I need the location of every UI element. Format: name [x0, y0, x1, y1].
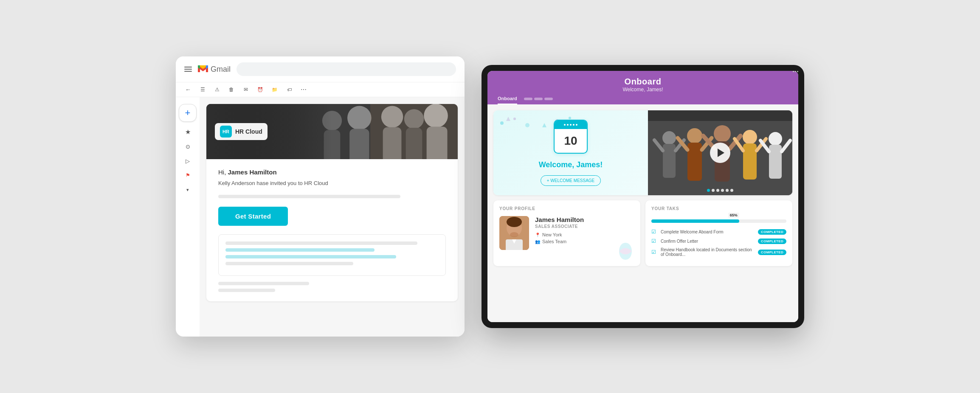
email-content-box [218, 234, 446, 276]
avatar-svg [499, 216, 529, 250]
placeholder-line-1 [218, 195, 400, 198]
calendar-dot-1 [564, 124, 566, 126]
content-line-4 [225, 262, 353, 265]
svg-marker-19 [542, 123, 546, 127]
welcome-left: 10 Welcome, James! + WELCOME MESSAGE [493, 110, 648, 195]
more-icon[interactable] [300, 86, 307, 93]
svg-point-29 [714, 125, 731, 142]
welcome-card: 10 Welcome, James! + WELCOME MESSAGE [493, 110, 792, 195]
carousel-dot-2[interactable] [712, 189, 715, 192]
team-icon: 👥 [535, 239, 540, 244]
tasks-section-title: YOUR TAKS [651, 206, 679, 211]
svg-rect-26 [687, 143, 702, 181]
progress-label: 65% [728, 213, 739, 218]
calendar-number: 10 [555, 129, 587, 153]
team-text: Sales Team [542, 239, 566, 244]
svg-point-14 [513, 118, 516, 120]
calendar-dot-2 [567, 124, 569, 126]
svg-point-15 [525, 123, 529, 127]
tablet-screen: Onboard Welcome, James! Onboard [487, 71, 798, 322]
task-text-2: Confirm Offer Letter [661, 239, 755, 244]
folder-icon[interactable] [271, 86, 279, 93]
tasks-card: YOUR TAKS 65% ☑ [645, 200, 792, 266]
play-triangle-icon [718, 149, 724, 157]
archive-icon[interactable] [199, 86, 206, 93]
flag-icon[interactable]: ⚑ [183, 171, 192, 180]
svg-rect-41 [648, 110, 792, 121]
back-icon[interactable] [184, 86, 192, 93]
task-item-1: ☑ Complete Welcome Aboard Form COMPLETED [651, 229, 786, 235]
svg-point-33 [743, 130, 757, 144]
gmail-wordmark: Gmail [211, 65, 231, 74]
content-line-2 [225, 248, 375, 252]
svg-rect-38 [769, 145, 782, 179]
email-container: HR HR Cloud Hi, James Hamilton Kelly And… [206, 104, 458, 301]
email-greeting: Hi, James Hamilton [218, 168, 446, 176]
profile-role: SALES ASSOCIATE [535, 224, 634, 229]
carousel-dot-1[interactable] [707, 189, 710, 192]
calendar-dot-5 [576, 124, 577, 126]
gmail-window: Gmail + ★ ⊙ ▷ ⚑ ▾ [176, 56, 465, 337]
svg-point-17 [569, 117, 571, 119]
progress-bar-wrapper: 65% [651, 219, 786, 223]
email-body: Hi, James Hamilton Kelly Anderson hase i… [206, 159, 458, 301]
onboard-header: Onboard Welcome, James! Onboard [487, 71, 798, 104]
tablet-window: Onboard Welcome, James! Onboard [482, 65, 804, 328]
video-thumbnail [648, 110, 792, 195]
play-button[interactable] [710, 143, 730, 163]
recent-icon[interactable]: ⊙ [183, 142, 192, 151]
gmail-toolbar [176, 82, 465, 97]
gmail-main-content: + ★ ⊙ ▷ ⚑ ▾ [176, 97, 465, 337]
nav-dot-2 [534, 98, 543, 100]
gmail-m-icon [198, 65, 208, 73]
carousel-dot-3[interactable] [716, 189, 719, 192]
content-line-3 [225, 255, 396, 258]
menu-icon[interactable] [184, 67, 192, 72]
delete-icon[interactable] [228, 86, 235, 93]
gmail-logo: Gmail [198, 65, 231, 74]
tag-icon[interactable] [285, 86, 293, 93]
mail-icon[interactable] [242, 86, 250, 93]
profile-avatar [499, 216, 529, 250]
clock-icon[interactable] [256, 86, 264, 93]
svg-point-21 [662, 131, 676, 145]
onboard-body: 10 Welcome, James! + WELCOME MESSAGE [487, 104, 798, 322]
content-line-1 [225, 241, 417, 245]
svg-rect-34 [743, 143, 757, 180]
warn-icon[interactable] [213, 86, 221, 93]
star-icon[interactable]: ★ [183, 128, 192, 136]
hr-cloud-text: HR Cloud [235, 128, 262, 135]
svg-rect-22 [663, 144, 676, 178]
gmail-topbar: Gmail [176, 56, 465, 82]
progress-bar-fill [651, 219, 739, 223]
tab-onboard[interactable]: Onboard [498, 96, 517, 104]
task-text-1: Complete Welcome Aboard Form [661, 230, 755, 234]
task-badge-3: COMPLETED [758, 250, 786, 255]
carousel-dot-6[interactable] [730, 189, 733, 192]
location-icon: 📍 [535, 233, 540, 237]
paper-icon[interactable]: ▷ [183, 157, 192, 165]
expand-icon[interactable]: ▾ [183, 185, 192, 194]
search-input[interactable] [237, 62, 456, 76]
get-started-button[interactable]: Get Started [218, 207, 288, 226]
profile-location: 📍 New York [535, 232, 634, 237]
carousel-dot-4[interactable] [721, 189, 724, 192]
welcome-message-button[interactable]: + WELCOME MESSAGE [541, 175, 601, 186]
hr-badge: HR [220, 126, 232, 138]
compose-button[interactable]: + [179, 104, 197, 122]
calendar-dot-3 [570, 124, 572, 126]
email-hero: HR HR Cloud [206, 104, 458, 159]
email-placeholder-lines [218, 195, 446, 198]
task-check-icon-2: ☑ [651, 238, 657, 244]
tab-dots [524, 96, 553, 104]
recipient-name: James Hamilton [228, 168, 277, 176]
gmail-left-nav: + ★ ⊙ ▷ ⚑ ▾ [176, 97, 200, 337]
email-body-text: Kelly Anderson hase invited you to HR Cl… [218, 180, 446, 186]
gmail-email-panel: HR HR Cloud Hi, James Hamilton Kelly And… [200, 97, 465, 337]
onboard-subtitle: Welcome, James! [496, 87, 790, 93]
calendar-dot-4 [573, 124, 574, 126]
scene: Gmail + ★ ⊙ ▷ ⚑ ▾ [0, 0, 980, 393]
svg-point-25 [687, 128, 702, 143]
carousel-dot-5[interactable] [726, 189, 729, 192]
calendar-top [555, 121, 587, 129]
